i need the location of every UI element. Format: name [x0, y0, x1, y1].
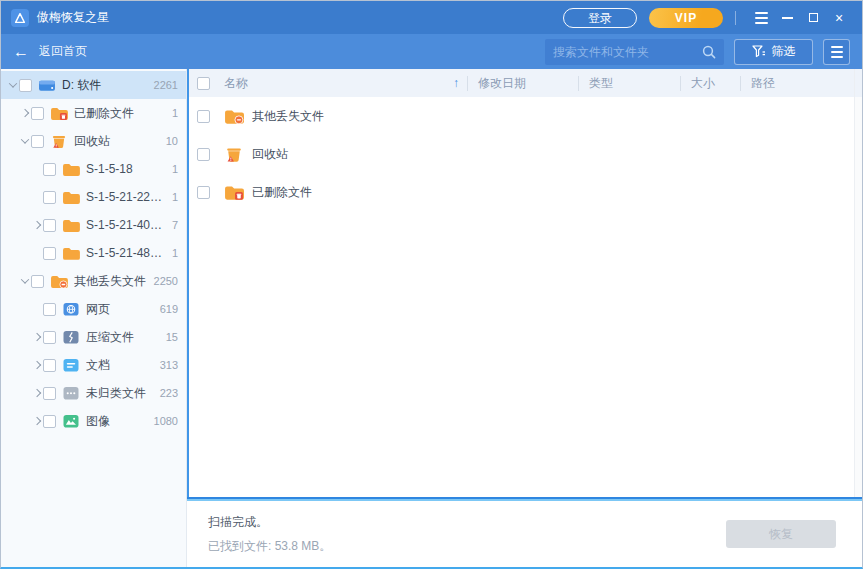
- tree-item[interactable]: D: 软件2261: [1, 71, 186, 99]
- file-row-label: 已删除文件: [252, 184, 312, 201]
- checkbox[interactable]: [19, 79, 32, 92]
- checkbox[interactable]: [43, 331, 56, 344]
- folder-icon: [62, 217, 80, 233]
- file-list: 其他丢失文件回收站已删除文件: [189, 97, 854, 497]
- table-header: 名称 ↑ 修改日期类型大小路径: [189, 69, 862, 97]
- folder-icon: [62, 245, 80, 261]
- search-box: [545, 39, 724, 65]
- item-count-badge: 10: [166, 135, 178, 147]
- column-header[interactable]: 路径: [740, 76, 854, 91]
- recycle-bin-icon: [224, 145, 244, 163]
- column-header[interactable]: 大小: [680, 76, 740, 91]
- tree-item[interactable]: 已删除文件1: [1, 99, 186, 127]
- chevron-right-icon[interactable]: [18, 110, 31, 116]
- checkbox[interactable]: [197, 148, 210, 161]
- checkbox[interactable]: [31, 135, 44, 148]
- checkbox[interactable]: [43, 163, 56, 176]
- tree-item[interactable]: S-1-5-21-22611...1: [1, 183, 186, 211]
- search-input[interactable]: [545, 39, 724, 65]
- sort-ascending-icon[interactable]: ↑: [453, 76, 459, 90]
- titlebar-divider: [735, 11, 736, 25]
- file-list-panel: 名称 ↑ 修改日期类型大小路径 其他丢失文件回收站已删除文件 扫描完成。 已找到…: [187, 69, 862, 567]
- checkbox[interactable]: [43, 219, 56, 232]
- checkbox[interactable]: [31, 275, 44, 288]
- filter-button[interactable]: 筛选: [734, 39, 813, 65]
- item-count-badge: 15: [166, 331, 178, 343]
- file-row[interactable]: 其他丢失文件: [189, 97, 854, 135]
- tree-item[interactable]: S-1-5-181: [1, 155, 186, 183]
- login-button[interactable]: 登录: [563, 8, 637, 28]
- chevron-right-icon[interactable]: [30, 418, 43, 424]
- chevron-down-icon[interactable]: [6, 82, 19, 88]
- checkbox[interactable]: [197, 186, 210, 199]
- toolbar: ← 返回首页 筛选: [1, 34, 862, 69]
- funnel-icon: [752, 45, 766, 58]
- recover-button[interactable]: 恢复: [726, 520, 836, 548]
- chevron-down-icon[interactable]: [18, 138, 31, 144]
- item-count-badge: 7: [172, 219, 178, 231]
- tree-item-label: S-1-5-21-40292...: [86, 218, 168, 232]
- item-count-badge: 1: [172, 191, 178, 203]
- hamburger-icon: [831, 46, 843, 58]
- tree-item-label: 回收站: [74, 133, 162, 150]
- checkbox[interactable]: [43, 359, 56, 372]
- checkbox[interactable]: [43, 303, 56, 316]
- tree-item-label: S-1-5-21-48438...: [86, 246, 168, 260]
- vip-button[interactable]: VIP: [649, 8, 723, 28]
- folder-tree-sidebar: D: 软件2261已删除文件1回收站10S-1-5-181S-1-5-21-22…: [1, 69, 187, 567]
- tree-item-label: D: 软件: [62, 77, 150, 94]
- file-row-label: 其他丢失文件: [252, 108, 324, 125]
- tree-item[interactable]: 网页619: [1, 295, 186, 323]
- lost-folder-icon: [50, 273, 68, 289]
- hamburger-icon[interactable]: [748, 6, 774, 30]
- item-count-badge: 619: [160, 303, 178, 315]
- tree-item[interactable]: 回收站10: [1, 127, 186, 155]
- tree-item-label: S-1-5-18: [86, 162, 168, 176]
- tree-item[interactable]: 其他丢失文件2250: [1, 267, 186, 295]
- document-icon: [62, 357, 80, 373]
- found-files-text: 已找到文件: 53.8 MB。: [208, 538, 331, 555]
- checkbox[interactable]: [43, 191, 56, 204]
- tree-item[interactable]: 压缩文件15: [1, 323, 186, 351]
- checkbox[interactable]: [43, 415, 56, 428]
- checkbox[interactable]: [43, 387, 56, 400]
- item-count-badge: 1080: [154, 415, 178, 427]
- checkbox[interactable]: [31, 107, 44, 120]
- select-all-checkbox[interactable]: [197, 77, 210, 90]
- scrollbar-header-spacer: [854, 69, 862, 97]
- close-button[interactable]: ×: [826, 6, 852, 30]
- tree-item[interactable]: S-1-5-21-40292...7: [1, 211, 186, 239]
- column-header[interactable]: 修改日期: [467, 76, 578, 91]
- minimize-button[interactable]: [774, 6, 800, 30]
- vertical-scrollbar[interactable]: [854, 97, 862, 497]
- chevron-right-icon[interactable]: [30, 362, 43, 368]
- column-header-name[interactable]: 名称: [224, 75, 248, 92]
- tree-item[interactable]: 未归类文件223: [1, 379, 186, 407]
- unclassified-icon: [62, 385, 80, 401]
- tree-item[interactable]: S-1-5-21-48438...1: [1, 239, 186, 267]
- recycle-bin-icon: [50, 133, 68, 149]
- view-menu-button[interactable]: [823, 39, 850, 65]
- checkbox[interactable]: [43, 247, 56, 260]
- chevron-right-icon[interactable]: [30, 334, 43, 340]
- scan-status-text: 扫描完成。: [208, 514, 331, 531]
- tree-item[interactable]: 文档313: [1, 351, 186, 379]
- file-row[interactable]: 回收站: [189, 135, 854, 173]
- chevron-right-icon[interactable]: [30, 390, 43, 396]
- checkbox[interactable]: [197, 110, 210, 123]
- item-count-badge: 313: [160, 359, 178, 371]
- back-button[interactable]: ← 返回首页: [13, 43, 87, 60]
- back-label: 返回首页: [39, 43, 87, 60]
- folder-icon: [62, 161, 80, 177]
- chevron-down-icon[interactable]: [18, 278, 31, 284]
- status-bar: 扫描完成。 已找到文件: 53.8 MB。 恢复: [187, 501, 862, 567]
- maximize-button[interactable]: [800, 6, 826, 30]
- deleted-folder-icon: [224, 183, 244, 201]
- search-icon[interactable]: [701, 44, 717, 64]
- file-row[interactable]: 已删除文件: [189, 173, 854, 211]
- column-header[interactable]: 类型: [578, 76, 680, 91]
- image-icon: [62, 413, 80, 429]
- chevron-right-icon[interactable]: [30, 222, 43, 228]
- item-count-badge: 1: [172, 163, 178, 175]
- tree-item[interactable]: 图像1080: [1, 407, 186, 435]
